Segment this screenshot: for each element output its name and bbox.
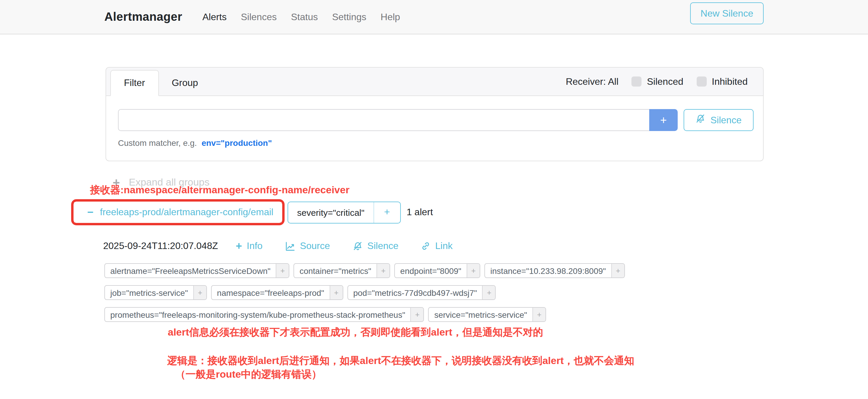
minus-icon: − bbox=[87, 207, 93, 218]
add-label-filter-button[interactable]: + bbox=[410, 308, 424, 321]
add-label-filter-button[interactable]: + bbox=[329, 286, 342, 299]
add-group-matcher-button[interactable]: + bbox=[373, 202, 400, 223]
add-label-filter-button[interactable]: + bbox=[532, 308, 546, 321]
alert-count: 1 alert bbox=[406, 207, 433, 218]
link-icon bbox=[421, 241, 430, 251]
alert-timestamp: 2025-09-24T11:20:07.048Z bbox=[103, 241, 218, 251]
add-label-filter-button[interactable]: + bbox=[611, 264, 624, 277]
group-matcher-label[interactable]: severity="critical" bbox=[288, 202, 373, 223]
add-label-filter-button[interactable]: + bbox=[193, 286, 206, 299]
alert-meta-row: 2025-09-24T11:20:07.048Z + Info Source bbox=[103, 241, 475, 251]
label-chip: service="metrics-service" + bbox=[428, 307, 546, 322]
nav-item-settings[interactable]: Settings bbox=[325, 11, 374, 22]
add-label-filter-button[interactable]: + bbox=[376, 264, 390, 277]
annotation-alert-note: alert信息必须在接收器下才表示配置成功，否则即使能看到alert，但是通知是… bbox=[168, 326, 543, 339]
label-text: prometheus="freeleaps-monitoring-system/… bbox=[105, 308, 410, 321]
filter-panel-body: + Silence Custom matcher, e.g. env="prod bbox=[106, 96, 763, 148]
label-row: prometheus="freeleaps-monitoring-system/… bbox=[104, 307, 625, 322]
silence-from-filter-button[interactable]: Silence bbox=[684, 109, 753, 131]
nav-item-help[interactable]: Help bbox=[374, 11, 407, 22]
alert-silence-button[interactable]: Silence bbox=[352, 241, 398, 251]
bell-slash-icon bbox=[696, 114, 706, 126]
new-silence-button[interactable]: New Silence bbox=[690, 2, 764, 24]
matcher-input[interactable] bbox=[118, 109, 649, 131]
add-label-filter-button[interactable]: + bbox=[467, 264, 479, 277]
label-text: pod="metrics-77d9cdb497-wdsj7" bbox=[348, 286, 482, 299]
label-text: alertname="FreeleapsMetricsServiceDown" bbox=[105, 264, 276, 277]
hint-example-link[interactable]: env="production" bbox=[202, 138, 272, 148]
alertmanager-page: Alertmanager Alerts Silences Status Sett… bbox=[0, 0, 868, 399]
chart-line-icon bbox=[285, 241, 295, 251]
label-chip: instance="10.233.98.209:8009" + bbox=[485, 263, 625, 278]
alert-info-button[interactable]: + Info bbox=[236, 241, 262, 251]
silenced-checkbox-item[interactable]: Silenced bbox=[631, 76, 683, 87]
receiver-group-label: freeleaps-prod/alertmanager-config/email bbox=[100, 207, 273, 218]
annotation-highlight-box: − freeleaps-prod/alertmanager-config/ema… bbox=[71, 199, 285, 225]
silenced-checkbox-label: Silenced bbox=[647, 76, 683, 87]
inhibited-checkbox-item[interactable]: Inhibited bbox=[696, 76, 748, 87]
plus-icon: + bbox=[236, 241, 242, 251]
alert-silence-label: Silence bbox=[367, 241, 398, 251]
bell-slash-icon bbox=[352, 241, 363, 251]
label-chip: alertname="FreeleapsMetricsServiceDown" … bbox=[104, 263, 289, 278]
main-nav: Alerts Silences Status Settings Help bbox=[195, 11, 407, 22]
silence-button-label: Silence bbox=[711, 115, 742, 125]
inhibited-checkbox-label: Inhibited bbox=[712, 76, 748, 87]
matcher-hint: Custom matcher, e.g. env="production" bbox=[118, 138, 753, 148]
add-label-filter-button[interactable]: + bbox=[482, 286, 495, 299]
filter-panel-header: Filter Group Receiver: All Silenced Inhi… bbox=[106, 68, 763, 96]
alert-source-link[interactable]: Source bbox=[285, 241, 330, 251]
plus-icon: + bbox=[384, 206, 390, 218]
label-chip: endpoint="8009" + bbox=[394, 263, 480, 278]
annotation-logic-note: 逻辑是：接收器收到alert后进行通知，如果alert不在接收器下，说明接收器没… bbox=[167, 354, 634, 368]
label-chip: namespace="freeleaps-prod" + bbox=[211, 285, 343, 300]
receiver-dropdown[interactable]: Receiver: All bbox=[566, 76, 618, 87]
label-text: endpoint="8009" bbox=[395, 264, 467, 277]
label-text: job="metrics-service" bbox=[105, 286, 193, 299]
group-matcher-chip: severity="critical" + bbox=[287, 201, 401, 223]
label-row: alertname="FreeleapsMetricsServiceDown" … bbox=[104, 263, 625, 278]
inhibited-checkbox[interactable] bbox=[696, 76, 707, 87]
alert-group-header: − freeleaps-prod/alertmanager-config/ema… bbox=[71, 199, 433, 225]
alert-labels: alertname="FreeleapsMetricsServiceDown" … bbox=[104, 263, 625, 329]
add-label-filter-button[interactable]: + bbox=[276, 264, 289, 277]
silenced-checkbox[interactable] bbox=[631, 76, 642, 87]
tab-group[interactable]: Group bbox=[159, 70, 211, 95]
annotation-receiver-note: 接收器:namespace/altermanager-config-name/r… bbox=[90, 183, 349, 197]
filter-panel: Filter Group Receiver: All Silenced Inhi… bbox=[105, 67, 764, 161]
add-matcher-button[interactable]: + bbox=[649, 109, 678, 131]
label-text: namespace="freeleaps-prod" bbox=[212, 286, 330, 299]
label-text: container="metrics" bbox=[294, 264, 376, 277]
app-brand[interactable]: Alertmanager bbox=[104, 10, 182, 24]
nav-item-alerts[interactable]: Alerts bbox=[195, 11, 234, 22]
alert-link-label: Link bbox=[435, 241, 453, 251]
matcher-input-group: + bbox=[118, 109, 678, 131]
label-chip: container="metrics" + bbox=[293, 263, 390, 278]
label-row: job="metrics-service" + namespace="freel… bbox=[104, 285, 625, 300]
nav-item-status[interactable]: Status bbox=[284, 11, 325, 22]
nav-item-silences[interactable]: Silences bbox=[234, 11, 284, 22]
label-chip: pod="metrics-77d9cdb497-wdsj7" + bbox=[347, 285, 496, 300]
tab-filter[interactable]: Filter bbox=[110, 70, 159, 96]
label-text: instance="10.233.98.209:8009" bbox=[485, 264, 611, 277]
alert-generator-link[interactable]: Link bbox=[421, 241, 453, 251]
label-chip: prometheus="freeleaps-monitoring-system/… bbox=[104, 307, 424, 322]
receiver-group-button[interactable]: − freeleaps-prod/alertmanager-config/ema… bbox=[74, 202, 282, 222]
filter-options: Receiver: All Silenced Inhibited bbox=[566, 68, 748, 95]
annotation-logic-note-2: （一般是route中的逻辑有错误） bbox=[176, 368, 322, 381]
label-text: service="metrics-service" bbox=[429, 308, 532, 321]
alert-source-label: Source bbox=[300, 241, 330, 251]
hint-text: Custom matcher, e.g. bbox=[118, 138, 197, 148]
label-chip: job="metrics-service" + bbox=[104, 285, 207, 300]
alert-info-label: Info bbox=[247, 241, 262, 251]
top-navbar: Alertmanager Alerts Silences Status Sett… bbox=[0, 0, 868, 34]
